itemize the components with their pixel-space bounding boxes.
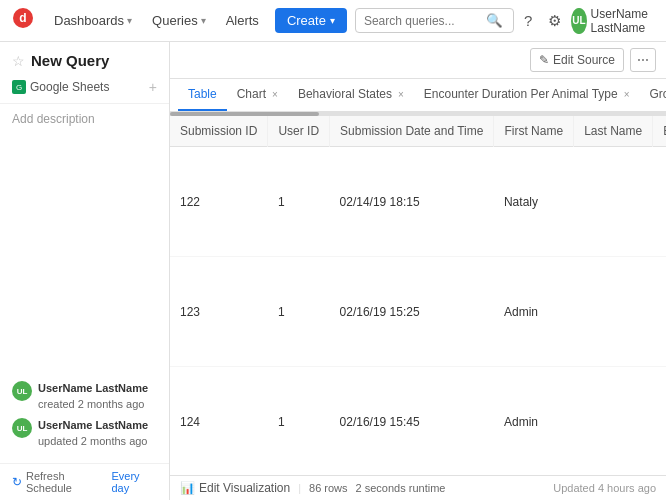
activity-avatar-1: UL (12, 381, 32, 401)
activity-avatar-2: UL (12, 418, 32, 438)
scroll-thumb (170, 112, 319, 116)
datasource-row: G Google Sheets + (0, 75, 169, 104)
search-box: 🔍 (355, 8, 514, 33)
refresh-schedule-row[interactable]: ↻ Refresh Schedule Every day (0, 463, 169, 500)
tabs-row: Table Chart × Behavioral States × Encoun… (170, 79, 666, 112)
col-last-name: Last Name (574, 116, 653, 147)
svg-text:d: d (19, 11, 26, 25)
tab-encounter-close-icon[interactable]: × (624, 89, 630, 100)
tab-chart[interactable]: Chart × (227, 79, 288, 111)
edit-source-icon: ✎ (539, 53, 549, 67)
refresh-icon: ↻ (12, 475, 22, 489)
datasource-label: Google Sheets (30, 80, 145, 94)
table-row: 123102/16/19 15:25AdminE-PointIn (170, 257, 666, 367)
table-header-row: Submission ID User ID Submission Date an… (170, 116, 666, 147)
activity-item-created: UL UserName LastName created 2 months ag… (12, 381, 157, 412)
table-row: 122102/14/19 18:15NatalyDolphinIn (170, 147, 666, 257)
tab-encounter-duration[interactable]: Encounter Duration Per Animal Type × (414, 79, 640, 111)
tab-behavioral-close-icon[interactable]: × (398, 89, 404, 100)
edit-visualization-button[interactable]: 📊 Edit Visualization (180, 481, 290, 495)
content-header: ✎ Edit Source ⋯ (170, 42, 666, 79)
activity-item-updated: UL UserName LastName updated 2 months ag… (12, 418, 157, 449)
activity-section: UL UserName LastName created 2 months ag… (0, 373, 169, 463)
create-button[interactable]: Create ▾ (275, 8, 347, 33)
search-icon-button[interactable]: 🔍 (484, 13, 505, 28)
help-icon-button[interactable]: ? (518, 8, 538, 33)
refresh-label: Refresh Schedule (26, 470, 107, 494)
tab-behavioral-states[interactable]: Behavioral States × (288, 79, 414, 111)
queries-chevron-icon: ▾ (201, 15, 206, 26)
datasource-more-icon[interactable]: + (149, 79, 157, 95)
edit-viz-icon: 📊 (180, 481, 195, 495)
user-avatar: UL (571, 8, 586, 34)
brand-logo: d (12, 7, 34, 34)
tab-chart-close-icon[interactable]: × (272, 89, 278, 100)
bottom-divider: | (298, 482, 301, 494)
add-description[interactable]: Add description (0, 104, 169, 134)
col-first-name: First Name (494, 116, 574, 147)
nav-alerts[interactable]: Alerts (218, 9, 267, 32)
tab-table[interactable]: Table (178, 79, 227, 111)
settings-icon-button[interactable]: ⚙ (542, 8, 567, 34)
updated-label: Updated 4 hours ago (553, 482, 656, 494)
bottom-bar: 📊 Edit Visualization | 86 rows 2 seconds… (170, 475, 666, 500)
top-navigation: d Dashboards ▾ Queries ▾ Alerts Create ▾… (0, 0, 666, 42)
data-table: Submission ID User ID Submission Date an… (170, 116, 666, 475)
scroll-indicator (170, 112, 666, 116)
tab-group-sizes[interactable]: Group Sizes × (640, 79, 666, 111)
main-layout: ☆ New Query G Google Sheets + Add descri… (0, 42, 666, 500)
table-wrapper[interactable]: Submission ID User ID Submission Date an… (170, 116, 666, 475)
col-submission-id: Submission ID (170, 116, 268, 147)
dashboards-chevron-icon: ▾ (127, 15, 132, 26)
refresh-frequency[interactable]: Every day (111, 470, 157, 494)
favorite-star-icon[interactable]: ☆ (12, 53, 25, 69)
user-menu[interactable]: UL UserName LastName (571, 7, 658, 35)
runtime-label: 2 seconds runtime (356, 482, 446, 494)
table-row: 124102/16/19 15:45AdminE-PointIn (170, 367, 666, 476)
username-label: UserName LastName (591, 7, 659, 35)
col-user-id: User ID (268, 116, 330, 147)
content-area: ✎ Edit Source ⋯ Table Chart × Behavioral… (170, 42, 666, 500)
more-options-button[interactable]: ⋯ (630, 48, 656, 72)
search-input[interactable] (364, 14, 484, 28)
edit-source-button[interactable]: ✎ Edit Source (530, 48, 624, 72)
nav-dashboards[interactable]: Dashboards ▾ (46, 9, 140, 32)
query-title: New Query (31, 52, 109, 69)
nav-queries[interactable]: Queries ▾ (144, 9, 214, 32)
activity-text-2: UserName LastName updated 2 months ago (38, 418, 157, 449)
create-chevron-icon: ▾ (330, 15, 335, 26)
col-date-time: Submission Date and Time (330, 116, 494, 147)
sidebar: ☆ New Query G Google Sheets + Add descri… (0, 42, 170, 500)
col-email: Email (653, 116, 666, 147)
google-sheets-icon: G (12, 80, 26, 94)
activity-text-1: UserName LastName created 2 months ago (38, 381, 157, 412)
query-title-row: ☆ New Query (0, 42, 169, 75)
rows-count: 86 rows (309, 482, 348, 494)
